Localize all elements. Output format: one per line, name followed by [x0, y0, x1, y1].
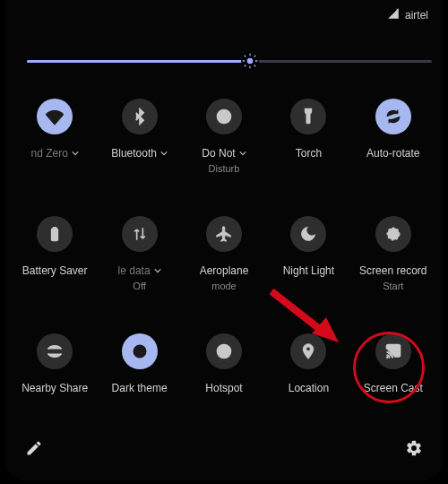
tile-darktheme[interactable]: Dark theme — [97, 333, 181, 395]
signal-icon — [387, 7, 400, 22]
quick-settings-panel: airtel nd ZeroBluetoothDo NotDisturbTorc… — [5, 0, 443, 480]
tile-battery[interactable]: Battery Saver — [13, 216, 97, 292]
bluetooth-icon[interactable] — [122, 99, 158, 134]
settings-button[interactable] — [405, 439, 423, 461]
status-bar: airtel — [387, 7, 428, 22]
tile-location[interactable]: Location — [266, 333, 350, 395]
tile-autorotate[interactable]: Auto-rotate — [351, 99, 435, 175]
tile-nightlight[interactable]: Night Light — [266, 216, 350, 292]
tile-label: Dark theme — [112, 382, 168, 395]
tile-label: Auto-rotate — [366, 147, 419, 160]
darktheme-icon[interactable] — [122, 333, 158, 369]
tile-label: le data — [118, 264, 161, 278]
svg-rect-5 — [54, 236, 56, 239]
brightness-thumb[interactable] — [241, 52, 259, 70]
airplane-icon[interactable] — [206, 216, 242, 252]
location-icon[interactable] — [290, 333, 326, 369]
tile-label: Hotspot — [205, 382, 242, 395]
chevron-down-icon[interactable] — [154, 264, 161, 278]
dnd-icon[interactable] — [206, 99, 242, 134]
tile-sublabel: Off — [133, 280, 145, 292]
tile-label: Aeroplane — [200, 264, 249, 278]
torch-icon[interactable] — [290, 99, 326, 134]
tile-label: Night Light — [283, 264, 334, 278]
edit-button[interactable] — [25, 439, 43, 461]
nearbyshare-icon[interactable] — [37, 333, 73, 369]
tile-label: Torch — [296, 147, 322, 160]
svg-point-2 — [307, 116, 309, 117]
screencast-icon[interactable] — [375, 333, 411, 369]
tile-torch[interactable]: Torch — [266, 99, 350, 175]
tile-bluetooth[interactable]: Bluetooth — [97, 99, 181, 175]
tile-label: Nearby Share — [22, 382, 88, 395]
battery-icon[interactable] — [37, 216, 73, 252]
svg-point-0 — [247, 58, 252, 63]
brightness-fill — [27, 60, 250, 63]
wifi-icon[interactable] — [37, 99, 73, 134]
screenrecord-icon[interactable] — [375, 216, 411, 252]
tile-sublabel: mode — [211, 280, 237, 292]
tile-hotspot[interactable]: Hotspot — [182, 333, 266, 395]
tiles-grid: nd ZeroBluetoothDo NotDisturbTorchAuto-r… — [5, 99, 443, 395]
tile-label: Bluetooth — [111, 147, 168, 160]
tile-airplane[interactable]: Aeroplanemode — [182, 216, 266, 292]
nightlight-icon[interactable] — [290, 216, 326, 252]
tile-sublabel: Start — [383, 280, 403, 292]
tile-screencast[interactable]: Screen Cast — [351, 333, 435, 395]
tile-label: Screen record — [359, 264, 426, 278]
mobiledata-icon[interactable] — [122, 216, 158, 252]
svg-point-12 — [386, 357, 388, 359]
tile-screenrecord[interactable]: Screen recordStart — [351, 216, 435, 292]
hotspot-icon[interactable] — [206, 333, 242, 369]
tile-label: Location — [289, 382, 329, 395]
chevron-down-icon[interactable] — [72, 147, 79, 160]
chevron-down-icon[interactable] — [160, 147, 168, 160]
tile-label: Screen Cast — [364, 382, 423, 395]
tile-wifi[interactable]: nd Zero — [13, 99, 97, 175]
tile-label: Battery Saver — [22, 264, 88, 278]
tile-label: Do Not — [202, 147, 246, 160]
carrier-label: airtel — [405, 9, 428, 22]
chevron-down-icon[interactable] — [239, 147, 246, 160]
tile-label: nd Zero — [31, 147, 79, 160]
tile-nearbyshare[interactable]: Nearby Share — [13, 333, 97, 395]
autorotate-icon[interactable] — [375, 99, 411, 134]
tile-mobiledata[interactable]: le dataOff — [97, 216, 181, 292]
tile-dnd[interactable]: Do NotDisturb — [182, 99, 266, 175]
svg-point-7 — [387, 228, 399, 239]
tile-sublabel: Disturb — [209, 162, 240, 175]
svg-rect-4 — [54, 228, 56, 229]
svg-point-11 — [217, 345, 230, 359]
